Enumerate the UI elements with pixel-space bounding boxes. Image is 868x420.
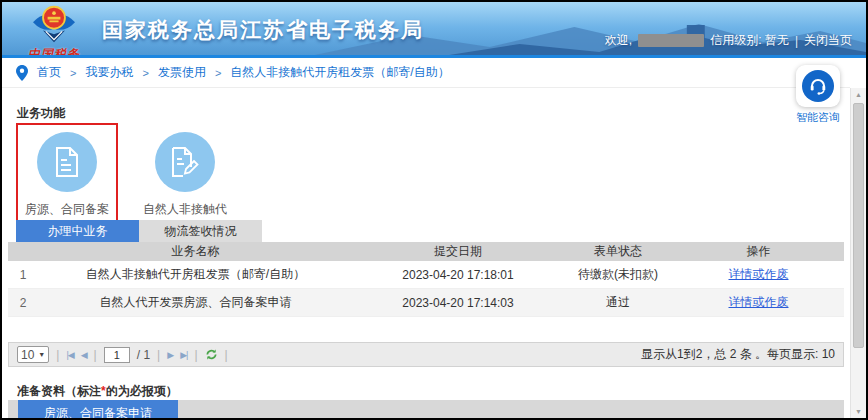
consult-button[interactable] bbox=[796, 65, 840, 107]
row-number: 2 bbox=[8, 296, 38, 310]
current-page-input[interactable] bbox=[104, 347, 130, 363]
location-pin-icon bbox=[16, 65, 28, 81]
headset-icon bbox=[802, 70, 834, 102]
next-page-icon[interactable]: ▶ bbox=[167, 350, 173, 360]
tab-logistics-status[interactable]: 物流签收情况 bbox=[139, 220, 262, 242]
breadcrumb-home[interactable]: 首页 bbox=[37, 64, 61, 81]
tax-emblem-icon bbox=[29, 4, 79, 46]
header-divider: | bbox=[795, 34, 798, 48]
breadcrumb: 首页 > 我要办税 > 发票使用 > 自然人非接触代开房租发票（邮寄/自助） bbox=[2, 58, 850, 88]
cell-business-name: 自然人代开发票房源、合同备案申请 bbox=[38, 294, 353, 311]
prepare-title-suffix: 的为必报项） bbox=[106, 384, 178, 398]
header-user-area: 欢迎, 信用级别: 暂无 | 关闭当页 bbox=[605, 32, 852, 49]
breadcrumb-separator: > bbox=[142, 67, 148, 79]
close-page-link[interactable]: 关闭当页 bbox=[804, 32, 852, 49]
vertical-scrollbar[interactable]: ▲ ▼ bbox=[850, 88, 866, 418]
breadcrumb-separator: > bbox=[215, 67, 221, 79]
scroll-down-icon[interactable]: ▼ bbox=[851, 408, 866, 415]
last-page-icon[interactable]: ▶| bbox=[180, 350, 187, 360]
cell-business-name: 自然人非接触代开房租发票（邮寄/自助） bbox=[38, 266, 353, 283]
pager-divider: | bbox=[94, 348, 97, 362]
prepare-tab-bar: 房源、合同备案申请 bbox=[8, 400, 844, 420]
pager-divider: | bbox=[194, 348, 197, 362]
tab-in-progress[interactable]: 办理中业务 bbox=[16, 220, 139, 242]
business-table: 业务名称 提交日期 表单状态 操作 1 自然人非接触代开房租发票（邮寄/自助） … bbox=[8, 242, 844, 317]
detail-or-void-link[interactable]: 详情或作废 bbox=[729, 267, 789, 281]
detail-or-void-link[interactable]: 详情或作废 bbox=[729, 295, 789, 309]
document-pencil-icon bbox=[155, 132, 215, 192]
tab-contract-filing[interactable]: 房源、合同备案申请 bbox=[18, 400, 178, 420]
app-window: 中国税务 国家税务总局江苏省电子税务局 欢迎, 信用级别: 暂无 | 关闭当页 … bbox=[0, 0, 868, 420]
scrollbar-thumb[interactable] bbox=[853, 103, 864, 348]
username-redacted bbox=[638, 34, 704, 47]
pager-divider: | bbox=[157, 348, 160, 362]
cell-submit-date: 2023-04-20 17:14:03 bbox=[353, 296, 563, 310]
prepare-section-title: 准备资料（标注*的为必报项） bbox=[17, 383, 178, 400]
pager-divider: | bbox=[56, 348, 59, 362]
prev-page-icon[interactable]: ◀ bbox=[81, 350, 87, 360]
prepare-title-prefix: 准备资料（标注 bbox=[17, 384, 101, 398]
first-page-icon[interactable]: |◀ bbox=[66, 350, 73, 360]
page-size-value: 10 bbox=[21, 348, 34, 362]
credit-level-label: 信用级别: 暂无 bbox=[710, 32, 789, 49]
business-section-title: 业务功能 bbox=[17, 105, 65, 122]
document-icon bbox=[37, 132, 97, 192]
pager-divider: | bbox=[225, 348, 228, 362]
welcome-text: 欢迎, bbox=[605, 32, 632, 49]
breadcrumb-invoice-use[interactable]: 发票使用 bbox=[158, 64, 206, 81]
pagination-bar: 10 ▼ | |◀ ◀ | / 1 | ▶ ▶| | | 显示从1到2，总 2 … bbox=[8, 342, 844, 367]
col-business-name: 业务名称 bbox=[38, 243, 353, 260]
cell-form-status: 通过 bbox=[563, 294, 673, 311]
breadcrumb-tax-tasks[interactable]: 我要办税 bbox=[85, 64, 133, 81]
smart-consult-widget[interactable]: 智能咨询 bbox=[794, 65, 842, 125]
breadcrumb-current-page: 自然人非接触代开房租发票（邮寄/自助） bbox=[230, 64, 449, 81]
breadcrumb-separator: > bbox=[70, 67, 76, 79]
row-number: 1 bbox=[8, 268, 38, 282]
cell-submit-date: 2023-04-20 17:18:01 bbox=[353, 268, 563, 282]
site-title: 国家税务总局江苏省电子税务局 bbox=[102, 16, 424, 44]
header-banner: 中国税务 国家税务总局江苏省电子税务局 欢迎, 信用级别: 暂无 | 关闭当页 bbox=[2, 2, 866, 58]
table-row[interactable]: 2 自然人代开发票房源、合同备案申请 2023-04-20 17:14:03 通… bbox=[8, 289, 844, 317]
consult-label: 智能咨询 bbox=[794, 110, 842, 125]
refresh-icon[interactable] bbox=[205, 348, 218, 361]
chevron-down-icon: ▼ bbox=[38, 351, 45, 358]
scroll-up-icon[interactable]: ▲ bbox=[851, 91, 866, 98]
table-header-row: 业务名称 提交日期 表单状态 操作 bbox=[8, 242, 844, 261]
col-submit-date: 提交日期 bbox=[353, 243, 563, 260]
cell-form-status: 待缴款(未扣款) bbox=[563, 266, 673, 283]
pager-summary: 显示从1到2，总 2 条 。每页显示: 10 bbox=[641, 346, 835, 363]
page-size-select[interactable]: 10 ▼ bbox=[17, 346, 49, 363]
total-pages-label: / 1 bbox=[137, 348, 150, 362]
col-action: 操作 bbox=[673, 243, 844, 260]
table-row[interactable]: 1 自然人非接触代开房租发票（邮寄/自助） 2023-04-20 17:18:0… bbox=[8, 261, 844, 289]
col-form-status: 表单状态 bbox=[563, 243, 673, 260]
tax-bureau-logo: 中国税务 bbox=[12, 4, 96, 63]
list-tabs: 办理中业务 物流签收情况 bbox=[16, 220, 262, 242]
